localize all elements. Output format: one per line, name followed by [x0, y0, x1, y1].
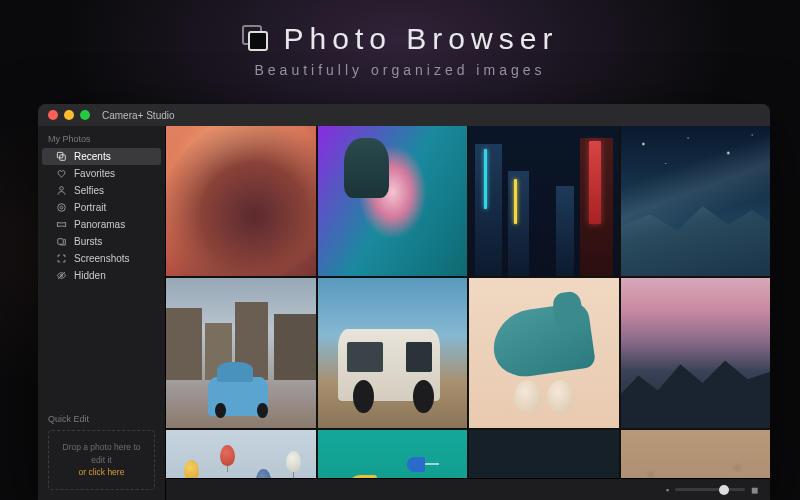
sidebar-item-label: Portrait [74, 202, 106, 213]
close-icon[interactable] [48, 110, 58, 120]
eye-slash-icon [56, 270, 67, 281]
sidebar-item-label: Bursts [74, 236, 102, 247]
quick-edit-title: Quick Edit [48, 414, 155, 424]
sidebar-item-label: Recents [74, 151, 111, 162]
quick-edit-dropzone[interactable]: Drop a photo here to edit it or click he… [48, 430, 155, 490]
zoom-out-icon[interactable]: ▪ [666, 485, 669, 495]
photo-thumbnail[interactable] [469, 278, 619, 428]
photo-thumbnail[interactable] [166, 126, 316, 276]
svg-point-2 [60, 187, 64, 191]
screenshot-icon [56, 253, 67, 264]
sidebar-item-bursts[interactable]: Bursts [42, 233, 161, 250]
main-content: ▪ ◼ [166, 126, 770, 500]
minimize-icon[interactable] [64, 110, 74, 120]
hero-title: Photo Browser [284, 22, 559, 56]
hero-subtitle: Beautifully organized images [0, 62, 800, 78]
quick-edit-hint: Drop a photo here to edit it [63, 442, 141, 465]
photo-thumbnail[interactable] [166, 278, 316, 428]
recents-icon [56, 151, 67, 162]
heart-icon [56, 168, 67, 179]
sidebar-item-recents[interactable]: Recents [42, 148, 161, 165]
sidebar-item-portrait[interactable]: Portrait [42, 199, 161, 216]
sidebar: My Photos Recents Favorites Selfies Port… [38, 126, 166, 500]
sidebar-item-label: Screenshots [74, 253, 130, 264]
app-logo-icon [242, 25, 270, 53]
sidebar-item-favorites[interactable]: Favorites [42, 165, 161, 182]
sidebar-item-selfies[interactable]: Selfies [42, 182, 161, 199]
photo-thumbnail[interactable] [166, 430, 316, 478]
quick-edit-panel: Quick Edit Drop a photo here to edit it … [38, 406, 165, 500]
app-window: Camera+ Studio My Photos Recents Favorit… [38, 104, 770, 500]
sidebar-list: Recents Favorites Selfies Portrait Panor… [38, 148, 165, 284]
quick-edit-link[interactable]: or click here [79, 467, 125, 477]
zoom-track[interactable] [675, 488, 745, 491]
svg-rect-5 [58, 239, 64, 245]
photo-thumbnail[interactable] [318, 430, 468, 478]
photo-thumbnail[interactable] [621, 430, 771, 478]
burst-icon [56, 236, 67, 247]
photo-thumbnail[interactable] [621, 126, 771, 276]
svg-point-4 [60, 206, 63, 209]
panorama-icon [56, 219, 67, 230]
photo-thumbnail[interactable] [621, 278, 771, 428]
photo-thumbnail[interactable] [318, 278, 468, 428]
sidebar-item-screenshots[interactable]: Screenshots [42, 250, 161, 267]
sidebar-item-label: Hidden [74, 270, 106, 281]
sidebar-item-hidden[interactable]: Hidden [42, 267, 161, 284]
fullscreen-icon[interactable] [80, 110, 90, 120]
hero: Photo Browser Beautifully organized imag… [0, 0, 800, 78]
window-title: Camera+ Studio [102, 110, 175, 121]
person-icon [56, 185, 67, 196]
zoom-slider[interactable]: ▪ ◼ [666, 485, 758, 495]
zoom-knob[interactable] [719, 485, 729, 495]
sidebar-item-label: Panoramas [74, 219, 125, 230]
sidebar-item-label: Selfies [74, 185, 104, 196]
photo-thumbnail[interactable] [318, 126, 468, 276]
sidebar-item-panoramas[interactable]: Panoramas [42, 216, 161, 233]
footer-bar: ▪ ◼ [166, 478, 770, 500]
window-titlebar[interactable]: Camera+ Studio [38, 104, 770, 126]
sidebar-item-label: Favorites [74, 168, 115, 179]
photo-thumbnail[interactable] [469, 430, 619, 478]
aperture-icon [56, 202, 67, 213]
photo-grid[interactable] [166, 126, 770, 478]
svg-point-3 [58, 204, 66, 212]
zoom-in-icon[interactable]: ◼ [751, 485, 758, 495]
photo-thumbnail[interactable] [469, 126, 619, 276]
sidebar-header: My Photos [38, 126, 165, 148]
